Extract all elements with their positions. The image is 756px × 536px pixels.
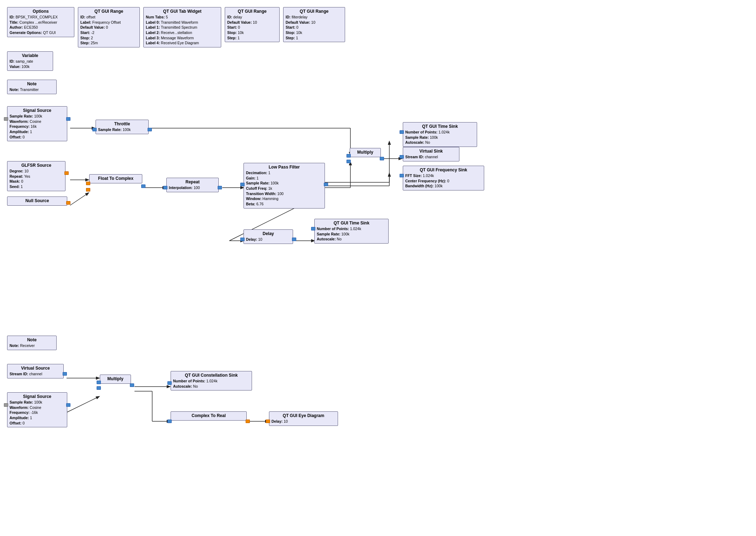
glfsr-source-block: GLFSR Source Degree: 10 Repeat: Yes Mask… [7, 161, 65, 191]
null-source-port-right [66, 201, 70, 205]
qt-gui-constellation-sink-port-left [167, 381, 172, 385]
signal-source-bottom-block: Signal Source Sample Rate: 100k Waveform… [7, 392, 67, 427]
options-title: Options [10, 9, 72, 14]
complex-to-real-block: Complex To Real [171, 411, 247, 421]
delay-port-right [292, 238, 296, 241]
svg-line-18 [67, 397, 99, 412]
signal-source-top-block: Signal Source Sample Rate: 100k Waveform… [7, 106, 67, 141]
variable-block: Variable ID: samp_rate Value: 100k [7, 51, 53, 71]
float-to-complex-port-left-bottom [86, 188, 90, 192]
qt-gui-frequency-sink-block: QT GUI Frequency Sink FFT Size: 1.024k C… [403, 166, 484, 190]
options-block: Options ID: BPSK_TXRX_COMPLEX Title: Com… [7, 7, 74, 37]
repeat-block: Repeat Interpolation: 100 [166, 178, 219, 192]
repeat-port-left [163, 186, 167, 189]
throttle-block: Throttle Sample Rate: 100k [96, 120, 149, 134]
qt-gui-time-sink-top-port-left [400, 130, 404, 134]
multiply-top-block: Multiply [350, 148, 381, 157]
throttle-port-left [92, 128, 97, 131]
virtual-source-channel-block: Virtual Source Stream ID: channel [7, 364, 64, 378]
qt-gui-eye-diagram-port-left [266, 420, 270, 423]
options-body: ID: BPSK_TXRX_COMPLEX Title: Complex ...… [10, 15, 72, 35]
null-source-block: Null Source [7, 196, 67, 206]
float-to-complex-port-left-top [86, 182, 90, 185]
delay-block: Delay Delay: 10 [244, 229, 293, 244]
qt-gui-range-delay-block: QT GUI Range ID: delay Default Value: 10… [225, 7, 280, 42]
qt-gui-tab-widget-block: QT GUI Tab Widget Num Tabs: 5 Label 0: T… [143, 7, 221, 47]
qt-gui-range-offset-block: QT GUI Range ID: offset Label: Frequency… [78, 7, 140, 47]
multiply-bottom-block: Multiply [100, 375, 131, 384]
virtual-sink-port-left [400, 155, 404, 159]
low-pass-filter-port-left [240, 183, 245, 186]
svg-line-4 [70, 193, 88, 205]
qt-gui-constellation-sink-block: QT GUI Constellation Sink Number of Poin… [171, 371, 252, 390]
qt-gui-frequency-sink-port-left [400, 174, 404, 177]
low-pass-filter-port-right [324, 183, 328, 186]
throttle-port-right [148, 128, 152, 131]
signal-source-top-port-left [4, 117, 8, 121]
low-pass-filter-block: Low Pass Filter Decimation: 1 Gain: 1 Sa… [244, 163, 325, 209]
signal-source-top-port-right [66, 117, 70, 121]
qt-gui-range-filterdelay-block: QT GUI Range ID: filterdelay Default Val… [283, 7, 345, 42]
multiply-bottom-port-right [130, 383, 134, 387]
multiply-bottom-port-left-top [97, 381, 101, 384]
complex-to-real-port-left [167, 420, 172, 423]
multiply-top-port-right [380, 157, 384, 160]
virtual-sink-channel-block: Virtual Sink Stream ID: channel [403, 147, 459, 161]
multiply-bottom-port-left-bottom [97, 386, 101, 390]
signal-source-bottom-port-right [66, 403, 70, 407]
multiply-top-port-left-bottom [346, 160, 351, 163]
virtual-source-port-right [63, 372, 67, 376]
complex-to-real-port-right [246, 420, 250, 423]
note-receiver-block: Note Note: Receiver [7, 336, 57, 350]
qt-gui-time-sink-mid-block: QT GUI Time Sink Number of Points: 1.024… [314, 219, 389, 244]
qt-gui-eye-diagram-block: QT GUI Eye Diagram Delay: 10 [269, 411, 338, 426]
float-to-complex-block: Float To Complex [89, 174, 142, 183]
note-transmitter-block: Note Note: Transmitter [7, 80, 57, 94]
repeat-port-right [218, 186, 222, 189]
qt-gui-time-sink-top-block: QT GUI Time Sink Number of Points: 1.024… [403, 122, 477, 147]
signal-source-bottom-port-left [4, 403, 8, 407]
delay-port-left [240, 238, 245, 241]
qt-gui-time-sink-mid-port-left [311, 227, 315, 230]
float-to-complex-port-right [141, 184, 145, 188]
multiply-top-port-left-top [346, 154, 351, 158]
glfsr-port-right [64, 171, 69, 175]
